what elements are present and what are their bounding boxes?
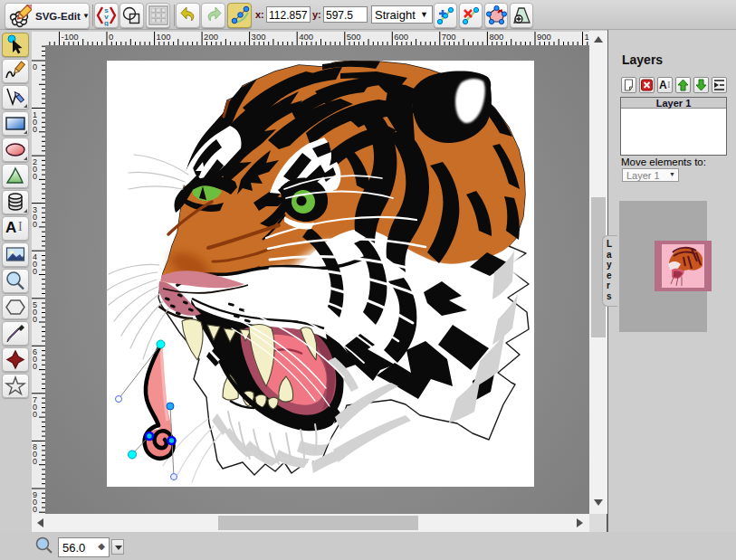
svg-text:200: 200 (204, 32, 218, 42)
svg-text:800: 800 (489, 32, 503, 42)
svg-text:100: 100 (157, 32, 171, 42)
svg-text:g: g (104, 19, 109, 27)
svg-text:0: 0 (33, 505, 37, 514)
svg-text:0: 0 (33, 457, 37, 466)
svg-text:0: 0 (33, 362, 37, 371)
svg-text:0: 0 (33, 172, 37, 181)
svg-text:-100: -100 (62, 32, 79, 42)
svg-text:900: 900 (537, 32, 551, 42)
svg-text:0: 0 (33, 220, 37, 229)
svg-text:0: 0 (33, 315, 37, 324)
svg-text:0: 0 (109, 32, 113, 42)
svg-text:300: 300 (252, 32, 266, 42)
svg-text:0: 0 (33, 62, 37, 71)
svg-text:700: 700 (442, 32, 456, 42)
svg-text:500: 500 (347, 32, 361, 42)
svg-text:0: 0 (33, 267, 37, 276)
svg-text:0: 0 (33, 125, 37, 134)
svg-text:400: 400 (299, 32, 313, 42)
svg-text:600: 600 (394, 32, 408, 42)
svg-text:0: 0 (33, 410, 37, 419)
